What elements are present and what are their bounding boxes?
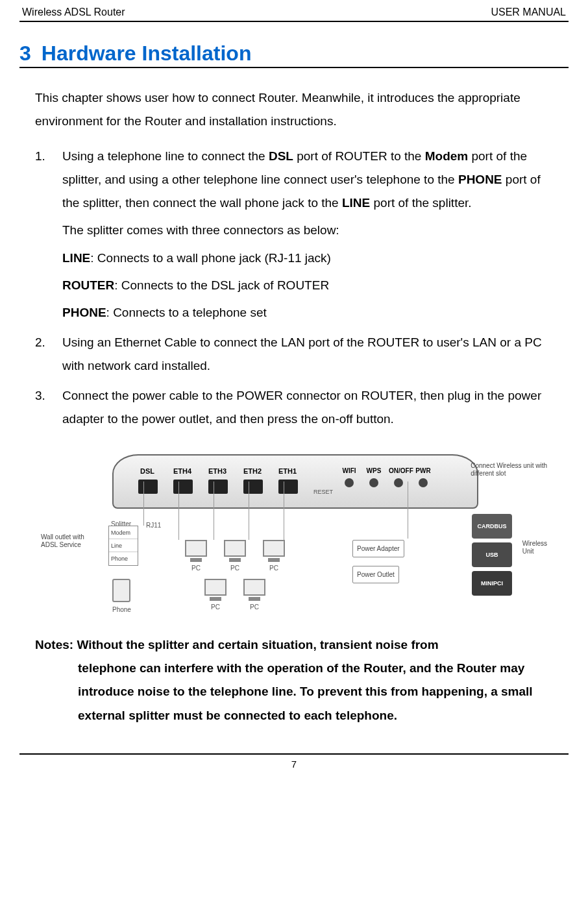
connector-line-label: LINE bbox=[62, 251, 90, 265]
wireless-callout: Connect Wireless unit with different slo… bbox=[471, 462, 547, 478]
connector-line-desc: : Connects to a wall phone jack (RJ-11 j… bbox=[90, 251, 331, 265]
header-right: USER MANUAL bbox=[491, 6, 566, 18]
connector-line-3: PHONE: Connects to a telephone set bbox=[62, 301, 553, 324]
chapter-number: 3 bbox=[19, 42, 31, 65]
splitter-icon: Modem Line Phone bbox=[108, 526, 138, 566]
port-eth2: ETH2 bbox=[237, 465, 269, 494]
pc-icon: PC bbox=[263, 540, 285, 574]
wps-button: WPS bbox=[364, 465, 384, 489]
chapter-name: Hardware Installation bbox=[42, 42, 252, 65]
control-row: WIFI WPS ON/OFF PWR bbox=[339, 465, 433, 489]
power-adapter-label: Power Adapter bbox=[352, 540, 404, 557]
step-1: 1. Using a telephone line to connect the… bbox=[35, 145, 553, 324]
footer-rule bbox=[19, 753, 569, 755]
step-1-text-e: port of the splitter. bbox=[370, 196, 471, 210]
step-3: 3. Connect the power cable to the POWER … bbox=[35, 384, 553, 431]
step-1-phone: PHONE bbox=[458, 173, 502, 186]
pc-row-top: PC PC PC bbox=[185, 540, 285, 574]
page-number: 7 bbox=[19, 759, 569, 770]
step-1-text-b: port of ROUTER to the bbox=[293, 149, 425, 163]
wireless-unit-label: Wireless Unit bbox=[522, 540, 547, 555]
cable-line bbox=[249, 481, 249, 540]
notes-block: Notes: Without the splitter and certain … bbox=[35, 633, 553, 727]
wifi-button: WIFI bbox=[339, 465, 359, 489]
chapter-title: 3Hardware Installation bbox=[19, 42, 569, 66]
page-header: Wireless ADSL Router USER MANUAL bbox=[19, 6, 569, 21]
step-1-dsl: DSL bbox=[269, 149, 293, 163]
power-outlet-label: Power Outlet bbox=[352, 566, 399, 583]
step-1-body: Using a telephone line to connect the DS… bbox=[62, 145, 553, 324]
pc-icon: PC bbox=[204, 579, 227, 613]
cardbus-icon: CARDBUS bbox=[472, 514, 512, 539]
header-rule bbox=[19, 21, 569, 22]
cable-line bbox=[178, 481, 179, 540]
step-2: 2. Using an Ethernet Cable to connect th… bbox=[35, 331, 553, 378]
card-stack: CARDBUS USB MINIPCI bbox=[472, 514, 512, 600]
pc-row-bottom: PC PC bbox=[204, 579, 265, 613]
notes-label: Notes: bbox=[35, 638, 77, 651]
connector-line-1: LINE: Connects to a wall phone jack (RJ-… bbox=[62, 247, 553, 270]
pwr-port: PWR bbox=[413, 465, 433, 489]
connector-router-label: ROUTER bbox=[62, 278, 114, 292]
notes-continuation: telephone can interfere with the operati… bbox=[35, 657, 553, 727]
pc-icon: PC bbox=[185, 540, 207, 574]
step-1-marker: 1. bbox=[35, 145, 62, 324]
cable-line bbox=[143, 481, 144, 526]
reset-label: RESET bbox=[313, 487, 333, 498]
connector-router-desc: : Connects to the DSL jack of ROUTER bbox=[114, 278, 329, 292]
wall-outlet-callout: Wall outlet with ADSL Service bbox=[41, 533, 84, 549]
connector-line-2: ROUTER: Connects to the DSL jack of ROUT… bbox=[62, 274, 553, 297]
step-1-modem: Modem bbox=[425, 149, 469, 163]
minipci-icon: MINIPCI bbox=[472, 571, 512, 596]
phone-icon: Phone bbox=[112, 579, 131, 616]
intro-paragraph: This chapter shows user how to connect R… bbox=[35, 86, 553, 133]
cable-line bbox=[284, 481, 284, 540]
connector-phone-desc: : Connects to a telephone set bbox=[106, 306, 267, 319]
pc-icon: PC bbox=[224, 540, 246, 574]
port-eth3: ETH3 bbox=[202, 465, 234, 494]
step-1-sub: The splitter comes with three connectors… bbox=[62, 219, 553, 242]
step-2-marker: 2. bbox=[35, 331, 62, 378]
cable-line bbox=[214, 481, 214, 540]
connector-phone-label: PHONE bbox=[62, 306, 106, 319]
port-row: DSL ETH4 ETH3 ETH2 ETH1 bbox=[132, 465, 304, 494]
step-1-line: LINE bbox=[342, 196, 370, 210]
port-eth4: ETH4 bbox=[167, 465, 199, 494]
rj11-label: RJ11 bbox=[146, 519, 161, 531]
step-1-text-a: Using a telephone line to connect the bbox=[62, 149, 269, 163]
connection-diagram: DSL ETH4 ETH3 ETH2 ETH1 RESET WIFI WPS O… bbox=[35, 443, 553, 618]
content-area: This chapter shows user how to connect R… bbox=[19, 86, 569, 727]
step-2-body: Using an Ethernet Cable to connect the L… bbox=[62, 331, 553, 378]
step-3-body: Connect the power cable to the POWER con… bbox=[62, 384, 553, 431]
port-eth1: ETH1 bbox=[272, 465, 304, 494]
pc-icon: PC bbox=[243, 579, 265, 613]
notes-first-line: Without the splitter and certain situati… bbox=[77, 638, 438, 651]
port-dsl: DSL bbox=[132, 465, 164, 494]
header-left: Wireless ADSL Router bbox=[22, 6, 125, 18]
onoff-button: ON/OFF bbox=[389, 465, 408, 489]
usb-icon: USB bbox=[472, 542, 512, 567]
cable-line bbox=[408, 481, 408, 539]
title-underline bbox=[19, 67, 569, 68]
step-3-marker: 3. bbox=[35, 384, 62, 431]
